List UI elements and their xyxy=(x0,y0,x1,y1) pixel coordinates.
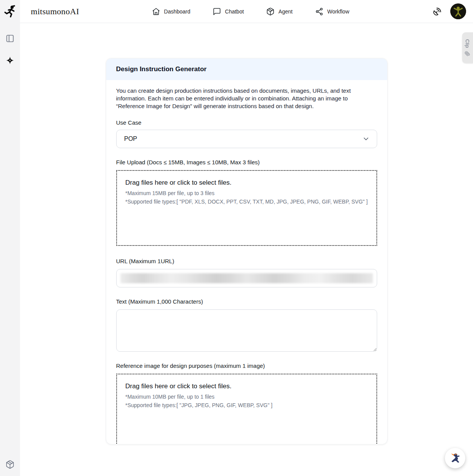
use-case-selected-value: POP xyxy=(124,135,362,142)
file-upload-dropzone[interactable]: Drag files here or click to select files… xyxy=(116,170,377,246)
dropzone-limit-note: *Maximum 15MB per file, up to 3 files xyxy=(125,189,368,197)
paperclip-icon xyxy=(465,51,470,57)
card-body: You can create design production instruc… xyxy=(106,80,387,444)
nav-item-workflow[interactable]: Workflow xyxy=(315,7,349,16)
ninja-mascot-icon xyxy=(449,452,462,465)
clip-tab-label: Clip xyxy=(465,39,471,47)
avatar-ninja-figure xyxy=(450,3,466,19)
clip-tab-content: Clip xyxy=(465,39,471,56)
clip-side-tab[interactable]: Clip xyxy=(462,32,473,63)
card-description: You can create design production instruc… xyxy=(116,87,377,110)
dropzone-filetypes-note: *Supported file types:[ "JPG, JPEG, PNG,… xyxy=(125,401,368,409)
nav-label: Agent xyxy=(279,8,293,15)
dropzone-limit-note: *Maximum 10MB per file, up to 1 files xyxy=(125,393,368,401)
satellite-dish-icon xyxy=(433,7,442,16)
dropzone-title: Drag files here or click to select files… xyxy=(125,178,368,188)
text-textarea[interactable] xyxy=(116,309,377,352)
panel-toggle-icon xyxy=(5,34,15,43)
share-nodes-icon xyxy=(315,7,323,16)
nav-label: Workflow xyxy=(327,8,349,15)
satellite-dish-button[interactable] xyxy=(432,6,443,17)
main-nav: Dashboard Chatbot Agent Workflow xyxy=(152,7,349,16)
nav-item-agent[interactable]: Agent xyxy=(266,7,293,16)
user-avatar[interactable] xyxy=(450,3,466,19)
url-label: URL (Maximum 1URL) xyxy=(116,258,377,264)
left-sidebar xyxy=(0,0,20,476)
design-instruction-generator-card: Design Instruction Generator You can cre… xyxy=(106,58,388,444)
sparkle-star-icon xyxy=(5,56,15,66)
top-right-controls xyxy=(432,3,473,19)
nav-item-dashboard[interactable]: Dashboard xyxy=(152,7,191,16)
sparkle-button[interactable] xyxy=(3,54,17,68)
page-title: Design Instruction Generator xyxy=(116,65,207,73)
redacted-url-value xyxy=(120,273,373,283)
dropzone-title: Drag files here or click to select files… xyxy=(125,381,368,391)
nav-label: Dashboard xyxy=(164,8,191,15)
chevron-down-icon xyxy=(362,135,370,143)
ninja-runner-icon xyxy=(3,5,17,18)
text-label: Text (Maximum 1,000 Characters) xyxy=(116,298,377,305)
cube-button[interactable] xyxy=(3,458,17,471)
reference-image-label: Reference image for design purposes (max… xyxy=(116,362,377,369)
top-bar: mitsumonoAI Dashboard Chatbot Agent xyxy=(20,0,473,23)
dropzone-filetypes-note: *Supported file types:[ "PDF, XLS, DOCX,… xyxy=(125,198,368,205)
nav-item-chatbot[interactable]: Chatbot xyxy=(213,7,244,16)
url-input[interactable] xyxy=(116,269,377,287)
use-case-label: Use Case xyxy=(116,119,377,126)
use-case-select[interactable]: POP xyxy=(116,130,377,148)
brand-name[interactable]: mitsumonoAI xyxy=(31,7,79,17)
cube-icon xyxy=(5,460,15,469)
assistant-fab-button[interactable] xyxy=(445,448,465,468)
brand-ninja-logo[interactable] xyxy=(0,0,20,23)
main-content: Design Instruction Generator You can cre… xyxy=(20,23,473,476)
home-icon xyxy=(152,7,160,16)
chat-bubble-icon xyxy=(213,7,221,16)
card-header: Design Instruction Generator xyxy=(106,58,387,80)
reference-image-dropzone[interactable]: Drag files here or click to select files… xyxy=(116,374,377,444)
package-cube-icon xyxy=(266,7,275,16)
sidebar-toggle-button[interactable] xyxy=(3,32,17,45)
nav-label: Chatbot xyxy=(225,8,244,15)
file-upload-label: File Upload (Docs ≤ 15MB, Images ≤ 10MB,… xyxy=(116,159,377,165)
